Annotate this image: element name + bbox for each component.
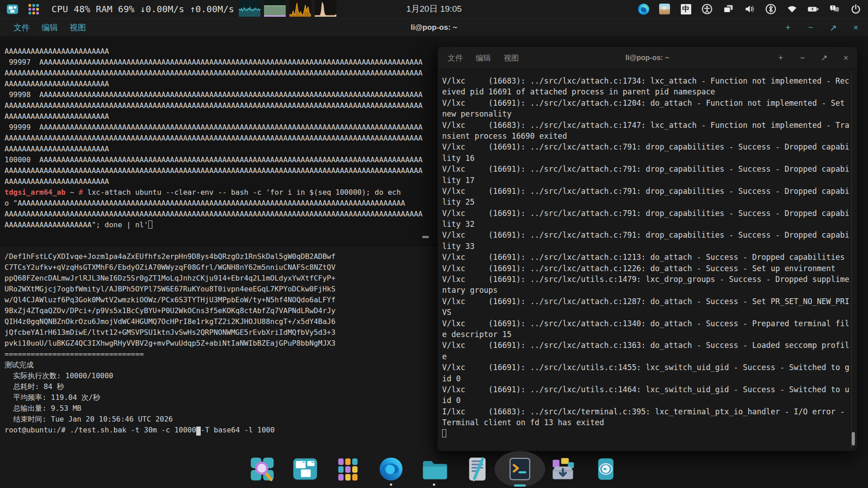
notifications-icon[interactable]: ! [827, 3, 842, 15]
terminal-line: Terminal client on fd 13 has exited [442, 417, 852, 428]
terminal-line: V/lxc (16691): ../src/lxc/attach.c:791: … [442, 208, 852, 219]
terminal-line: 9BxZj4ZTqaQZOv/DPci+/p9Vs5x1BcCyBYU+P0U2… [5, 305, 438, 316]
terminal-line: AAAAAAAAAAAAAAAAAAAAAAAAAAAAAAAAAAAAAAAA… [5, 68, 438, 79]
terminal-line: AAAAAAAAAAAAAAAAAAAAAAAA [5, 79, 438, 89]
terminal-line: e descriptor 15 [442, 329, 852, 340]
menu-file[interactable]: 文件 [14, 22, 30, 33]
terminal-line: AAAAAAAAAAAAAAAAAAAAAAAAAAAAAAAAAAAAAAAA… [5, 165, 438, 176]
close-button[interactable]: × [841, 53, 851, 63]
left-scrollbar-thumb[interactable] [422, 236, 429, 238]
terminal-line: V/lxc (16691): ../src/lxc/attach.c:791: … [442, 164, 852, 174]
terminal-line: lity 16 [442, 153, 852, 164]
wifi-icon[interactable] [784, 3, 800, 15]
pop-search-icon [249, 455, 276, 483]
dock-item-pop-tiling[interactable] [291, 452, 319, 486]
terminal-line: I/lxc (16683): ../src/lxc/terminal.c:395… [442, 406, 852, 417]
right-scrollbar-track[interactable] [851, 70, 852, 448]
dock-item-files[interactable] [420, 452, 448, 486]
terminal-line: VS [442, 307, 852, 318]
dock [248, 451, 620, 487]
volume-icon[interactable] [742, 3, 757, 15]
im-client-tray-icon[interactable] [657, 3, 672, 15]
terminal-line: lity 32 [442, 219, 852, 230]
right-scrollbar-thumb[interactable] [852, 432, 855, 446]
system-tray: 中 [636, 0, 863, 18]
terminal-line: ntary groups [442, 285, 852, 296]
right-terminal-content[interactable]: V/lxc (16683): ../src/lxc/attach.c:1734:… [438, 69, 857, 445]
terminal-line: 实际执行次数: 10000/10000 [5, 371, 438, 381]
files-icon [420, 455, 448, 483]
applications-icon[interactable] [28, 3, 40, 15]
terminal-line: 99997 AAAAAAAAAAAAAAAAAAAAAAAAAAAAAAAAAA… [5, 57, 438, 68]
app-grid-icon [335, 456, 361, 482]
terminal-line: AAAAAAAAAAAAAAAAAAAA"; done | nl' [5, 220, 438, 230]
cpu-graph [239, 0, 260, 17]
terminal-line: AAAAAAAAAAAAAAAAAAAAAAAAAAAAAAAAAAAAAAAA… [5, 100, 438, 111]
workspaces-icon[interactable] [6, 3, 19, 15]
terminal-line: 99999 AAAAAAAAAAAAAAAAAAAAAAAAAAAAAAAAAA… [5, 122, 438, 133]
dock-item-text-editor[interactable] [463, 452, 491, 486]
terminal-line: new personality [442, 108, 852, 119]
back-window-menubar: 文件 编辑 视图 [14, 19, 86, 37]
terminal-line: V/lxc (16683): ../src/lxc/attach.c:1747:… [442, 120, 852, 131]
terminal-line: 结束时间: Tue Jan 20 10:56:46 UTC 2026 [5, 414, 438, 425]
right-window-headerbar: 文件 编辑 视图 li@pop-os: ~ + − ↗ × [438, 47, 857, 69]
edge-browser-icon [377, 455, 405, 483]
terminal-line: AAAAAAAAAAAAAAAAAAAAAAAA [5, 46, 438, 57]
maximize-button[interactable]: ↗ [819, 53, 829, 63]
terminal-line: o "AAAAAAAAAAAAAAAAAAAAAAAAAAAAAAAAAAAAA… [5, 198, 438, 209]
accessibility-icon[interactable] [699, 3, 715, 15]
terminal-line: V/lxc (16691): ../src/lxc/utils.c:1464: … [442, 384, 852, 395]
power-icon[interactable] [848, 3, 863, 15]
pop-settings-icon [594, 455, 618, 483]
panel-launchers [6, 3, 40, 15]
terminal-line: 100000 AAAAAAAAAAAAAAAAAAAAAAAAAAAAAAAAA… [5, 155, 438, 165]
terminal-line: ================================ [5, 349, 438, 360]
menu-view[interactable]: 视图 [70, 22, 86, 33]
terminal-line: lity 17 [442, 175, 852, 186]
terminal-line: id 0 [442, 373, 852, 384]
edge-browser-tray-icon[interactable] [636, 3, 651, 15]
top-panel: CPU 48% RAM 69% ↓0.00M/s ↑0.00M/s 1月20日 … [0, 0, 868, 18]
menu-edit[interactable]: 编辑 [42, 22, 58, 33]
desktop: CPU 48% RAM 69% ↓0.00M/s ↑0.00M/s 1月20日 … [0, 0, 868, 488]
terminal-line: eived pid 16691 of attached process in p… [442, 86, 852, 97]
dock-item-pop-settings[interactable] [592, 452, 620, 486]
terminal-line: 总输出量: 9.53 MB [5, 403, 438, 414]
terminal-line: id 0 [442, 395, 852, 406]
terminal-line: V/lxc (16691): ../src/lxc/attach.c:1287:… [442, 296, 852, 307]
menu-edit[interactable]: 编辑 [476, 53, 491, 63]
bluetooth-icon[interactable] [763, 3, 778, 15]
dock-item-pop-search[interactable] [248, 452, 276, 486]
system-stats: CPU 48% RAM 69% ↓0.00M/s ↑0.00M/s [52, 4, 234, 14]
terminal-line: V/lxc (16691): ../src/lxc/attach.c:791: … [442, 186, 852, 197]
maximize-button[interactable]: ↗ [828, 23, 838, 33]
terminal-line: V/lxc (16691): ../src/lxc/attach.c:791: … [442, 141, 852, 152]
new-tab-button[interactable]: + [783, 23, 793, 33]
menu-view[interactable]: 视图 [504, 53, 519, 63]
window-switcher-icon[interactable] [721, 3, 736, 15]
running-indicator [390, 483, 392, 486]
dock-item-edge[interactable] [377, 452, 405, 486]
terminal-line: e [442, 351, 852, 362]
terminal-line: V/lxc (16691): ../src/lxc/attach.c:1363:… [442, 340, 852, 351]
pop-tiling-icon [292, 455, 319, 483]
right-terminal-window: 文件 编辑 视图 li@pop-os: ~ + − ↗ × V/lxc (166… [438, 47, 857, 451]
terminal-line: pvki10uoU/luBKGZ4QC3IXhwgRHyVVBV2g+mvPwu… [5, 338, 438, 349]
menu-file[interactable]: 文件 [448, 53, 463, 63]
close-button[interactable]: × [851, 23, 861, 33]
dock-item-package-installer[interactable] [549, 452, 577, 486]
minimize-button[interactable]: − [806, 23, 816, 33]
dock-item-terminal[interactable] [506, 452, 534, 486]
new-tab-button[interactable]: + [776, 53, 786, 63]
minimize-button[interactable]: − [797, 53, 807, 63]
terminal-line: AAAAAAAAAAAAAAAAAAAAAAAA [5, 111, 438, 122]
terminal-line: 总耗时: 84 秒 [5, 381, 438, 392]
battery-icon[interactable] [806, 3, 821, 15]
dock-item-app-grid[interactable] [334, 452, 362, 486]
terminal-icon [507, 456, 533, 482]
terminal-line: tdgsi_arm64_ab ~ # lxc-attach ubuntu --c… [5, 187, 438, 198]
running-indicator [433, 483, 435, 486]
terminal-pane-top[interactable]: AAAAAAAAAAAAAAAAAAAAAAAA 99997 AAAAAAAAA… [0, 36, 438, 245]
input-method-icon[interactable]: 中 [678, 3, 693, 15]
